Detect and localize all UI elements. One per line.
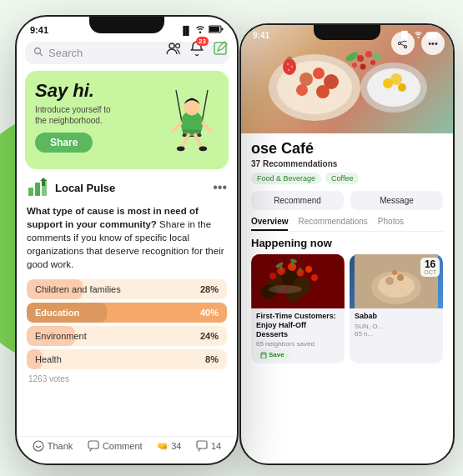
event-saved-second: 65 n... bbox=[355, 330, 438, 338]
phones-container: 9:41 ▐▌ Search bbox=[0, 0, 463, 476]
event-card-desserts: First-Time Customers: Enjoy Half-Off Des… bbox=[251, 254, 345, 363]
svg-point-65 bbox=[269, 273, 276, 279]
svg-point-49 bbox=[291, 66, 293, 68]
event-image-second: 16 OCT bbox=[350, 254, 443, 308]
cafe-recommendations: 37 Recommendations bbox=[251, 159, 443, 168]
recs-label: Recommendations bbox=[263, 159, 337, 168]
comments-icon bbox=[196, 440, 208, 452]
more-options-button[interactable]: ••• bbox=[213, 180, 227, 195]
time-right: 9:41 bbox=[253, 31, 269, 40]
event-body-desserts: First-Time Customers: Enjoy Half-Off Des… bbox=[251, 308, 345, 363]
svg-rect-23 bbox=[88, 441, 98, 448]
poll-label-education: Education bbox=[35, 308, 79, 318]
event-card-second: 16 OCT Sabab SUN, O... 65 n... bbox=[350, 254, 443, 363]
pulse-title: Local Pulse bbox=[55, 182, 115, 194]
bell-icon-wrapper[interactable]: 23 bbox=[189, 40, 205, 60]
event-date-badge: 16 OCT bbox=[420, 258, 440, 277]
svg-point-33 bbox=[296, 84, 308, 96]
tag-coffee: Coffee bbox=[325, 173, 359, 184]
save-button-desserts[interactable]: Save bbox=[256, 349, 289, 360]
svg-point-46 bbox=[398, 83, 406, 92]
poll-label-health: Health bbox=[35, 354, 62, 364]
poll-pct-education: 40% bbox=[200, 308, 219, 318]
event-date-num: 16 bbox=[424, 259, 436, 269]
event-body-second: Sabab SUN, O... 65 n... bbox=[350, 308, 443, 341]
tags-row: Food & Beverage Coffee bbox=[251, 173, 443, 184]
pulse-chart-icon bbox=[27, 176, 50, 199]
people-icon-wrapper[interactable] bbox=[165, 40, 182, 60]
poll-option-education[interactable]: Education 40% bbox=[27, 303, 227, 323]
status-icons-left: ▐▌ bbox=[180, 25, 224, 35]
comment-icon bbox=[88, 440, 99, 452]
reactions-count: 34 bbox=[171, 441, 181, 451]
compose-icon-wrapper[interactable] bbox=[212, 40, 229, 60]
poll-pct-children: 28% bbox=[200, 284, 219, 294]
svg-rect-24 bbox=[197, 441, 207, 448]
svg-point-40 bbox=[345, 51, 360, 63]
event-cards: First-Time Customers: Enjoy Half-Off Des… bbox=[251, 254, 443, 363]
event-date-month: OCT bbox=[424, 269, 436, 275]
svg-point-41 bbox=[371, 53, 382, 61]
svg-point-31 bbox=[313, 68, 325, 79]
signal-icon: ▐▌ bbox=[180, 26, 192, 35]
svg-point-78 bbox=[385, 277, 394, 285]
happening-title: Happening now bbox=[251, 237, 443, 249]
svg-point-45 bbox=[390, 73, 402, 85]
svg-point-47 bbox=[283, 58, 296, 75]
tab-photos[interactable]: Photos bbox=[378, 217, 404, 231]
poll-pct-health: 8% bbox=[205, 354, 219, 364]
svg-line-4 bbox=[40, 53, 43, 56]
notch-right bbox=[314, 25, 380, 40]
svg-point-6 bbox=[176, 44, 180, 48]
status-icons-right: ▐▌ bbox=[399, 31, 441, 40]
banner: Say hi. Introduce yourself to the neighb… bbox=[25, 71, 229, 169]
phone-right: 9:41 ▐▌ bbox=[239, 23, 455, 465]
svg-point-39 bbox=[352, 63, 357, 68]
poll-option-health[interactable]: Health 8% bbox=[27, 349, 227, 369]
wifi-right bbox=[414, 31, 423, 40]
local-pulse-header: Local Pulse ••• bbox=[27, 176, 227, 199]
action-buttons: Recommend Message bbox=[251, 191, 443, 210]
thank-action[interactable]: Thank bbox=[33, 440, 73, 452]
svg-point-34 bbox=[316, 85, 330, 98]
cafe-name: ose Café bbox=[251, 140, 443, 158]
poll-label-children: Children and families bbox=[35, 284, 121, 294]
recommend-button[interactable]: Recommend bbox=[251, 191, 344, 210]
compose-icon bbox=[212, 40, 229, 57]
recs-count: 37 bbox=[251, 159, 260, 168]
svg-line-55 bbox=[400, 44, 405, 46]
svg-point-48 bbox=[287, 63, 289, 65]
tab-overview[interactable]: Overview bbox=[251, 217, 288, 231]
comment-action[interactable]: Comment bbox=[88, 440, 143, 452]
svg-point-79 bbox=[397, 274, 404, 281]
comments-count: 14 bbox=[211, 441, 221, 451]
event-image-desserts bbox=[251, 254, 345, 308]
svg-point-22 bbox=[33, 441, 43, 451]
tab-recommendations[interactable]: Recommendations bbox=[298, 217, 367, 231]
svg-point-17 bbox=[177, 146, 185, 151]
svg-point-5 bbox=[169, 43, 174, 48]
share-button[interactable]: Share bbox=[35, 133, 93, 153]
svg-point-67 bbox=[311, 274, 318, 281]
message-button[interactable]: Message bbox=[350, 191, 443, 210]
banner-subtitle: Introduce yourself to the neighborhood. bbox=[35, 104, 118, 126]
poll-option-children[interactable]: Children and families 28% bbox=[27, 279, 227, 299]
reactions-row: 🤜 34 bbox=[157, 441, 181, 452]
svg-rect-7 bbox=[214, 43, 226, 54]
search-placeholder: Search bbox=[48, 47, 83, 59]
heart-icon: 🤜 bbox=[157, 441, 169, 452]
svg-rect-26 bbox=[440, 34, 441, 37]
tabs-row: Overview Recommendations Photos bbox=[251, 217, 443, 232]
svg-line-13 bbox=[173, 123, 181, 132]
svg-rect-74 bbox=[261, 353, 266, 358]
votes-count: 1263 votes bbox=[27, 374, 227, 383]
svg-point-37 bbox=[360, 64, 366, 70]
comments-count-action[interactable]: 14 bbox=[196, 440, 221, 452]
svg-point-35 bbox=[357, 55, 364, 62]
battery-icon bbox=[209, 25, 224, 35]
poll-option-environment[interactable]: Environment 24% bbox=[27, 326, 227, 346]
event-title-desserts: First-Time Customers: Enjoy Half-Off Des… bbox=[256, 312, 340, 338]
svg-point-77 bbox=[378, 274, 415, 298]
svg-rect-27 bbox=[427, 33, 437, 38]
svg-rect-19 bbox=[28, 188, 33, 196]
